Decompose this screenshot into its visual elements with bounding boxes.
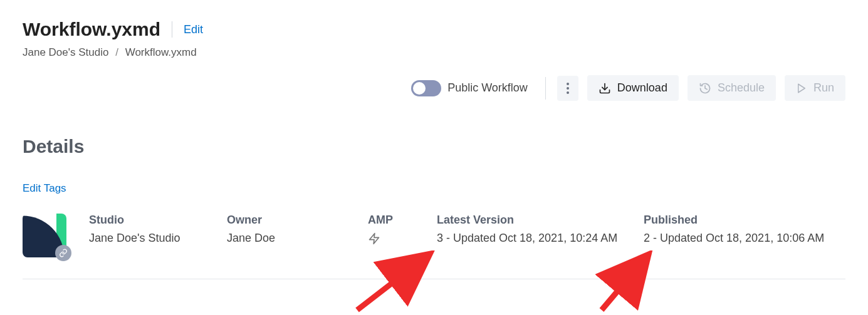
title-divider — [172, 21, 172, 38]
svg-marker-4 — [798, 84, 805, 93]
link-icon — [59, 249, 68, 257]
published-label: Published — [644, 214, 845, 227]
owner-value: Jane Doe — [227, 232, 368, 245]
run-button[interactable]: Run — [785, 75, 845, 101]
detail-owner: Owner Jane Doe — [227, 214, 368, 245]
published-rest: - Updated Oct 18, 2021, 10:06 AM — [650, 232, 824, 244]
edit-title-link[interactable]: Edit — [184, 23, 203, 36]
lightning-icon — [368, 232, 380, 245]
toggle-label: Public Workflow — [447, 81, 528, 95]
download-button[interactable]: Download — [587, 75, 679, 101]
schedule-button[interactable]: Schedule — [688, 75, 776, 101]
details-section-title: Details — [23, 136, 845, 157]
latest-version-label: Latest Version — [437, 214, 644, 227]
breadcrumb-parent[interactable]: Jane Doe's Studio — [23, 46, 108, 58]
svg-point-2 — [567, 91, 569, 94]
toggle-track[interactable] — [411, 80, 441, 96]
header: Workflow.yxmd Edit — [23, 19, 845, 40]
play-icon — [796, 83, 807, 94]
toolbar: Public Workflow Download S — [23, 75, 845, 101]
published-value: 2 - Updated Oct 18, 2021, 10:06 AM — [644, 232, 845, 245]
detail-published: Published 2 - Updated Oct 18, 2021, 10:0… — [644, 214, 845, 245]
schedule-label: Schedule — [718, 81, 765, 95]
page-title: Workflow.yxmd — [23, 19, 160, 40]
workflow-page: Workflow.yxmd Edit Jane Doe's Studio / W… — [0, 0, 868, 292]
svg-marker-5 — [370, 234, 379, 244]
details-row: Studio Jane Doe's Studio Owner Jane Doe … — [23, 214, 845, 279]
breadcrumb-current: Workflow.yxmd — [125, 46, 197, 58]
detail-studio: Studio Jane Doe's Studio — [89, 214, 227, 245]
svg-point-0 — [567, 83, 569, 85]
latest-version-number: 3 — [437, 232, 443, 244]
edit-tags-link[interactable]: Edit Tags — [23, 182, 66, 195]
published-number: 2 — [644, 232, 650, 244]
clock-history-icon — [699, 82, 711, 95]
svg-point-1 — [567, 87, 569, 90]
download-label: Download — [617, 81, 667, 95]
public-workflow-toggle[interactable]: Public Workflow — [411, 80, 528, 96]
breadcrumb-sep: / — [112, 46, 122, 58]
detail-latest-version: Latest Version 3 - Updated Oct 18, 2021,… — [437, 214, 644, 245]
latest-version-rest: - Updated Oct 18, 2021, 10:24 AM — [443, 232, 617, 244]
thumbnail-link-badge[interactable] — [55, 245, 71, 261]
amp-label: AMP — [368, 214, 437, 227]
owner-label: Owner — [227, 214, 368, 227]
studio-value: Jane Doe's Studio — [89, 232, 227, 245]
more-actions-button[interactable] — [557, 76, 578, 101]
amp-value — [368, 232, 437, 249]
studio-label: Studio — [89, 214, 227, 227]
breadcrumb: Jane Doe's Studio / Workflow.yxmd — [23, 46, 845, 59]
run-label: Run — [813, 81, 834, 95]
download-icon — [599, 82, 611, 95]
more-vertical-icon — [566, 82, 570, 95]
workflow-thumbnail — [23, 214, 66, 257]
latest-version-value: 3 - Updated Oct 18, 2021, 10:24 AM — [437, 232, 644, 245]
detail-amp: AMP — [368, 214, 437, 249]
toggle-thumb — [413, 82, 426, 95]
toolbar-divider — [545, 77, 546, 100]
